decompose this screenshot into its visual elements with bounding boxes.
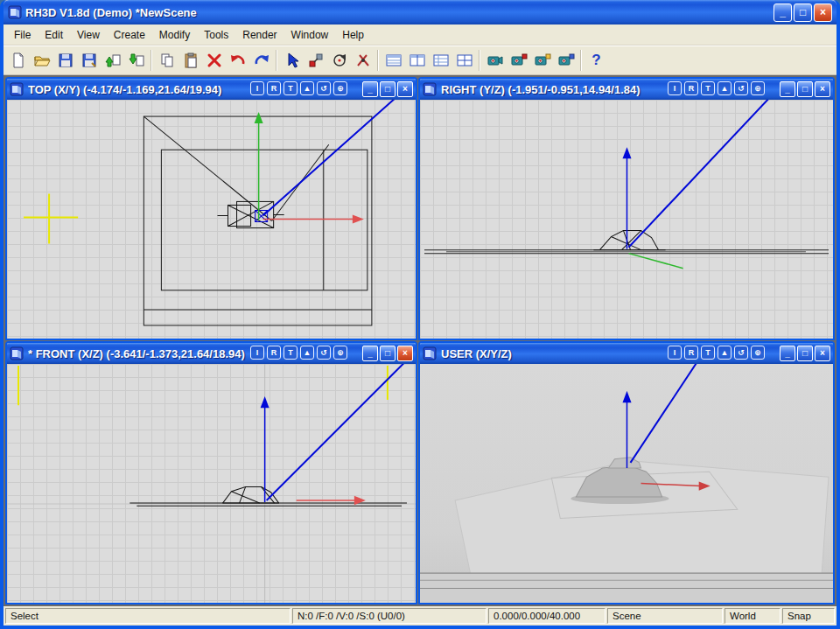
vp-close-button[interactable]: × xyxy=(815,346,830,361)
link-tool-icon xyxy=(307,52,325,69)
status-scene[interactable]: Scene xyxy=(607,608,723,624)
layout-rows-icon xyxy=(432,52,450,69)
menu-modify[interactable]: Modify xyxy=(152,26,197,44)
viewport-user-canvas[interactable] xyxy=(420,364,833,603)
menu-edit[interactable]: Edit xyxy=(38,26,70,44)
menu-window[interactable]: Window xyxy=(284,26,336,44)
export-button[interactable] xyxy=(124,48,148,72)
vp-tool-t[interactable]: T xyxy=(701,346,715,360)
menu-tools[interactable]: Tools xyxy=(197,26,235,44)
vp-close-button[interactable]: × xyxy=(397,346,413,361)
new-file-button[interactable] xyxy=(6,48,30,72)
render-camera-4-button[interactable] xyxy=(554,48,578,72)
toolbar: ? xyxy=(4,45,836,75)
vp-tool-pan-icon[interactable]: ⊕ xyxy=(751,346,765,360)
import-button[interactable] xyxy=(101,48,124,72)
vp-tool-i[interactable]: I xyxy=(668,346,682,360)
vp-tool-a[interactable]: ▲ xyxy=(300,81,314,95)
vp-tool-a[interactable]: ▲ xyxy=(718,81,732,95)
vp-close-button[interactable]: × xyxy=(815,81,830,97)
vp-tool-a[interactable]: ▲ xyxy=(300,346,314,360)
maximize-button[interactable]: □ xyxy=(794,3,812,22)
link-tool-button[interactable] xyxy=(304,48,327,72)
viewport-top-title: TOP (X/Y) (-4.174/-1.169,21.64/19.94) xyxy=(28,83,412,96)
app-window: RH3D V1.8d (Demo) *NewScene _ □ × File E… xyxy=(0,0,840,629)
menu-file[interactable]: File xyxy=(7,26,38,44)
menu-help[interactable]: Help xyxy=(335,26,371,44)
vp-tool-r[interactable]: R xyxy=(267,346,281,360)
layout-quad-button[interactable] xyxy=(452,48,476,72)
status-world[interactable]: World xyxy=(724,608,780,624)
viewport-tools: I R T ▲ ↺ ⊕ xyxy=(250,346,347,360)
vp-minimize-button[interactable]: _ xyxy=(362,346,378,361)
menu-render[interactable]: Render xyxy=(235,26,284,44)
vp-close-button[interactable]: × xyxy=(397,81,413,97)
vp-maximize-button[interactable]: □ xyxy=(380,81,396,97)
viewport-right-titlebar[interactable]: RIGHT (Y/Z) (-1.951/-0.951,14.94/1.84) I… xyxy=(420,79,833,100)
vp-tool-a[interactable]: ▲ xyxy=(718,346,732,360)
viewport-top-canvas[interactable] xyxy=(7,100,416,339)
delete-button[interactable] xyxy=(202,48,226,72)
viewport-user: USER (X/Y/Z) I R T ▲ ↺ ⊕ _ □ × xyxy=(418,341,835,605)
select-button[interactable] xyxy=(280,48,304,72)
vp-tool-r[interactable]: R xyxy=(267,81,281,95)
copy-button[interactable] xyxy=(155,48,178,72)
app-icon xyxy=(8,5,22,19)
copy-icon xyxy=(158,52,176,69)
paste-button[interactable] xyxy=(178,48,202,72)
save-button[interactable] xyxy=(53,48,77,72)
break-tool-button[interactable] xyxy=(351,48,374,72)
vp-tool-r[interactable]: R xyxy=(684,81,698,95)
vp-tool-t[interactable]: T xyxy=(284,346,298,360)
layout-split-button[interactable] xyxy=(405,48,429,72)
window-controls: _ □ × xyxy=(774,3,832,22)
vp-tool-i[interactable]: I xyxy=(250,81,264,95)
menu-create[interactable]: Create xyxy=(107,26,152,44)
status-snap[interactable]: Snap xyxy=(782,608,835,624)
rotate-tool-button[interactable] xyxy=(327,48,351,72)
vp-tool-i[interactable]: I xyxy=(668,81,682,95)
undo-button[interactable] xyxy=(226,48,249,72)
vp-tool-pan-icon[interactable]: ⊕ xyxy=(333,346,347,360)
vp-maximize-button[interactable]: □ xyxy=(797,346,813,361)
vp-tool-pan-icon[interactable]: ⊕ xyxy=(333,81,347,95)
vp-minimize-button[interactable]: _ xyxy=(780,81,795,97)
viewport-right-canvas[interactable] xyxy=(420,100,833,339)
vp-tool-i[interactable]: I xyxy=(250,346,264,360)
vp-minimize-button[interactable]: _ xyxy=(362,81,378,97)
layout-rows-button[interactable] xyxy=(429,48,452,72)
vp-tool-t[interactable]: T xyxy=(701,81,715,95)
vp-maximize-button[interactable]: □ xyxy=(380,346,396,361)
save-as-button[interactable] xyxy=(77,48,101,72)
vp-tool-t[interactable]: T xyxy=(284,81,298,95)
viewport-front-title: * FRONT (X/Z) (-3.641/-1.373,21.64/18.94… xyxy=(28,347,412,360)
vp-maximize-button[interactable]: □ xyxy=(797,81,813,97)
status-counts: N:0 /F:0 /V:0 /S:0 (U0/0) xyxy=(292,608,486,624)
vp-tool-orbit-icon[interactable]: ↺ xyxy=(734,81,748,95)
vp-tool-pan-icon[interactable]: ⊕ xyxy=(751,81,765,95)
viewport-tools: I R T ▲ ↺ ⊕ xyxy=(668,81,765,95)
menu-view[interactable]: View xyxy=(70,26,107,44)
redo-button[interactable] xyxy=(249,48,273,72)
viewport-front-canvas[interactable] xyxy=(7,364,416,603)
viewport-front-titlebar[interactable]: * FRONT (X/Z) (-3.641/-1.373,21.64/18.94… xyxy=(7,343,416,364)
layout-list-button[interactable] xyxy=(382,48,405,72)
viewport-icon xyxy=(423,346,437,360)
import-icon xyxy=(104,52,122,69)
help-button[interactable]: ? xyxy=(584,48,608,72)
vp-tool-r[interactable]: R xyxy=(684,346,698,360)
vp-minimize-button[interactable]: _ xyxy=(780,346,795,361)
open-button[interactable] xyxy=(30,48,53,72)
minimize-button[interactable]: _ xyxy=(774,3,792,22)
render-camera-3-button[interactable] xyxy=(530,48,554,72)
viewport-user-titlebar[interactable]: USER (X/Y/Z) I R T ▲ ↺ ⊕ _ □ × xyxy=(420,343,833,364)
viewport-top-titlebar[interactable]: TOP (X/Y) (-4.174/-1.169,21.64/19.94) I … xyxy=(7,79,416,100)
vp-tool-orbit-icon[interactable]: ↺ xyxy=(734,346,748,360)
viewport-top: TOP (X/Y) (-4.174/-1.169,21.64/19.94) I … xyxy=(5,77,417,340)
vp-tool-orbit-icon[interactable]: ↺ xyxy=(317,81,331,95)
render-camera-2-button[interactable] xyxy=(507,48,530,72)
render-camera-1-button[interactable] xyxy=(483,48,507,72)
close-button[interactable]: × xyxy=(814,3,832,22)
title-bar[interactable]: RH3D V1.8d (Demo) *NewScene _ □ × xyxy=(4,0,836,24)
vp-tool-orbit-icon[interactable]: ↺ xyxy=(317,346,331,360)
